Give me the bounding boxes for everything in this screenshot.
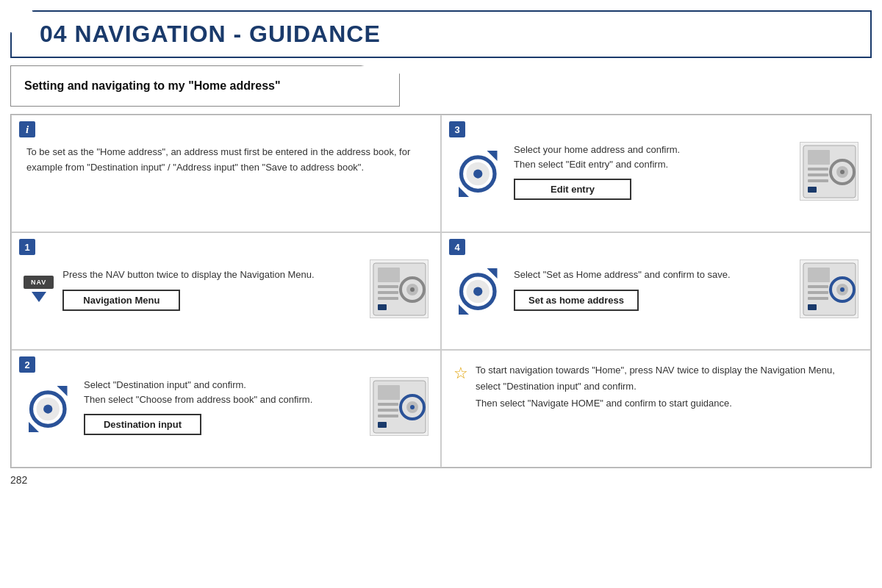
svg-rect-36 bbox=[808, 304, 817, 310]
device-img-2 bbox=[370, 377, 429, 436]
nav-arrow-down-icon bbox=[32, 292, 46, 302]
step3-description: Select your home address and confirm.The… bbox=[514, 143, 791, 171]
step2-button[interactable]: Destination input bbox=[84, 414, 201, 435]
svg-rect-20 bbox=[378, 291, 398, 294]
intro-box: Setting and navigating to my "Home addre… bbox=[10, 65, 400, 107]
device-img-3 bbox=[800, 142, 858, 201]
cell-tip: ☆ To start navigation towards "Home", pr… bbox=[441, 350, 871, 467]
step4-button[interactable]: Set as home address bbox=[514, 290, 639, 311]
cell-info: i To be set as the "Home address", an ad… bbox=[11, 115, 441, 232]
dial-icon-2 bbox=[24, 381, 75, 432]
svg-point-40 bbox=[43, 405, 52, 414]
info-text: To be set as the "Home address", an addr… bbox=[24, 145, 429, 176]
svg-rect-10 bbox=[808, 168, 828, 171]
tip-text: To start navigation towards "Home", pres… bbox=[476, 362, 858, 411]
dial-icon-3 bbox=[453, 146, 505, 197]
svg-rect-49 bbox=[378, 415, 398, 417]
page-number: 282 bbox=[10, 474, 872, 486]
device-img-1 bbox=[370, 259, 429, 318]
svg-point-3 bbox=[473, 170, 482, 179]
page-wrapper: 04 NAVIGATION - GUIDANCE Setting and nav… bbox=[0, 10, 882, 588]
step3-text-col: Select your home address and confirm.The… bbox=[514, 143, 791, 200]
page-title: 04 NAVIGATION - GUIDANCE bbox=[25, 21, 857, 48]
intro-text: Setting and navigating to my "Home addre… bbox=[24, 79, 281, 92]
svg-rect-12 bbox=[808, 179, 828, 182]
svg-rect-43 bbox=[378, 385, 400, 400]
cell-number-4: 4 bbox=[449, 239, 465, 255]
tip-icon: ☆ bbox=[453, 364, 468, 383]
svg-point-32 bbox=[840, 287, 845, 292]
svg-rect-29 bbox=[808, 268, 830, 282]
svg-rect-13 bbox=[808, 187, 817, 193]
cell-number-1: 1 bbox=[19, 239, 35, 255]
svg-rect-11 bbox=[808, 173, 828, 176]
svg-rect-35 bbox=[808, 297, 828, 300]
svg-rect-34 bbox=[808, 291, 828, 294]
cell-step3: 3 bbox=[441, 115, 871, 232]
svg-rect-47 bbox=[378, 403, 398, 406]
svg-rect-22 bbox=[378, 304, 387, 310]
step1-text-col: Press the NAV button twice to display th… bbox=[62, 268, 361, 311]
cell-number-3: 3 bbox=[449, 121, 465, 137]
svg-point-46 bbox=[410, 405, 415, 409]
svg-rect-33 bbox=[808, 285, 828, 288]
step1-description: Press the NAV button twice to display th… bbox=[62, 268, 361, 282]
svg-point-18 bbox=[410, 287, 415, 292]
step3-button[interactable]: Edit entry bbox=[514, 179, 631, 200]
svg-rect-15 bbox=[378, 268, 400, 282]
svg-rect-6 bbox=[808, 150, 830, 165]
step2-text-col: Select "Destination input" and confirm.T… bbox=[84, 378, 361, 435]
cell-number-2: 2 bbox=[19, 356, 35, 373]
cell-step4: 4 Select "Set as Home address" and confi… bbox=[441, 232, 871, 350]
step4-text-col: Select "Set as Home address" and confirm… bbox=[514, 268, 791, 311]
svg-rect-21 bbox=[378, 297, 398, 300]
svg-rect-48 bbox=[378, 409, 398, 412]
nav-button-label: NAV bbox=[24, 276, 54, 289]
dial-icon-4 bbox=[453, 263, 505, 315]
svg-point-9 bbox=[840, 170, 845, 174]
cell-number-info: i bbox=[19, 121, 35, 137]
device-img-4 bbox=[800, 259, 858, 318]
svg-rect-19 bbox=[378, 285, 398, 288]
step1-button[interactable]: Navigation Menu bbox=[62, 290, 180, 311]
content-area: i To be set as the "Home address", an ad… bbox=[10, 114, 872, 468]
cell-step1: 1 NAV Press the NAV button twice to disp… bbox=[11, 232, 441, 350]
nav-icon: NAV bbox=[24, 276, 54, 302]
step2-description: Select "Destination input" and confirm.T… bbox=[84, 378, 361, 406]
cell-step2: 2 Select "Destination input" and confirm… bbox=[11, 350, 441, 467]
svg-rect-50 bbox=[378, 422, 387, 428]
svg-point-26 bbox=[473, 287, 482, 296]
page-header: 04 NAVIGATION - GUIDANCE bbox=[10, 10, 872, 58]
step4-description: Select "Set as Home address" and confirm… bbox=[514, 268, 791, 282]
